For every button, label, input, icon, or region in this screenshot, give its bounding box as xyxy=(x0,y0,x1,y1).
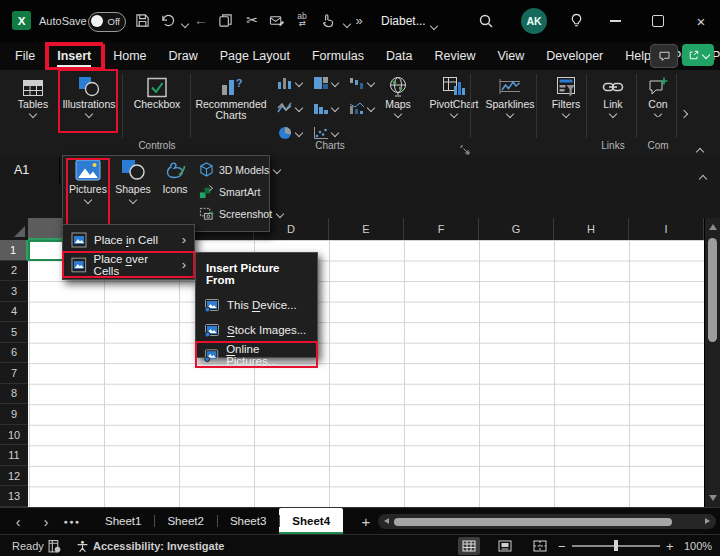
column-header[interactable]: I xyxy=(629,218,704,240)
copy-icon[interactable] xyxy=(216,11,234,29)
maximize-button[interactable] xyxy=(643,0,673,42)
ribbon-tab[interactable]: Data xyxy=(375,43,423,69)
pictures-submenu-item[interactable]: Place in Cell › xyxy=(63,227,194,252)
scroll-left-icon[interactable] xyxy=(384,518,389,524)
worksheet-cells[interactable] xyxy=(28,240,704,507)
row-header[interactable]: 5 xyxy=(0,322,28,343)
row-header[interactable]: 13 xyxy=(0,486,28,507)
filters-button[interactable]: Filters xyxy=(544,72,588,117)
ribbon-scroll-right-icon[interactable] xyxy=(681,103,687,121)
histogram-chart-button[interactable] xyxy=(313,101,338,115)
close-button[interactable]: × xyxy=(686,0,716,42)
row-header[interactable]: 2 xyxy=(0,261,28,282)
insert-picture-from-item[interactable]: Stock Images... xyxy=(196,317,317,342)
name-box[interactable]: A1 xyxy=(0,157,60,183)
scatter-chart-button[interactable] xyxy=(313,126,338,140)
insert-picture-from-item[interactable]: Online Pictures... xyxy=(196,342,317,367)
lightbulb-icon[interactable] xyxy=(567,11,585,29)
new-comment-button[interactable]: Con xyxy=(641,72,675,117)
line-chart-button[interactable] xyxy=(277,101,302,115)
link-button[interactable]: Link xyxy=(592,72,634,117)
sheet-tab[interactable]: Sheet2 xyxy=(154,508,216,535)
row-header[interactable]: 1 xyxy=(0,240,28,261)
zoom-out-button[interactable]: − xyxy=(558,535,566,556)
zoom-level[interactable]: 100% xyxy=(684,535,712,556)
smartart-item[interactable]: SmartArt xyxy=(199,184,260,199)
zoom-in-button[interactable]: + xyxy=(666,535,674,556)
sheet-list-icon[interactable]: ●●● xyxy=(62,508,82,535)
ribbon-tab[interactable]: Review xyxy=(423,43,486,69)
sheet-tab[interactable]: Sheet4 xyxy=(279,508,343,535)
save-icon[interactable] xyxy=(133,11,151,29)
screenshot-item[interactable]: Screenshot xyxy=(199,206,283,221)
pictures-button[interactable]: Pictures xyxy=(67,159,109,227)
minimize-button[interactable] xyxy=(600,0,630,42)
document-title[interactable]: Diabet... xyxy=(381,14,426,28)
combo-chart-button[interactable] xyxy=(349,101,374,115)
checkbox-button[interactable]: Checkbox xyxy=(126,72,188,110)
sheet-prev-icon[interactable]: ‹ xyxy=(8,508,28,535)
more-commands-icon[interactable]: » xyxy=(350,11,368,29)
ribbon-tab[interactable]: Developer xyxy=(535,43,614,69)
scroll-down-icon[interactable] xyxy=(709,495,717,501)
cut-icon[interactable]: ✂ xyxy=(243,11,261,29)
horizontal-scroll-thumb[interactable] xyxy=(394,518,672,526)
tables-button[interactable]: Tables xyxy=(8,72,58,117)
ribbon-tab[interactable]: Draw xyxy=(158,43,209,69)
mail-icon[interactable] xyxy=(268,11,286,29)
icons-button[interactable]: Icons xyxy=(155,159,195,227)
recommended-charts-button[interactable]: ? Recommended Charts xyxy=(194,72,268,121)
row-header[interactable]: 10 xyxy=(0,425,28,446)
touch-mode-icon[interactable] xyxy=(318,11,336,29)
sparklines-button[interactable]: Sparklines xyxy=(480,72,540,117)
select-all-corner[interactable] xyxy=(0,218,29,240)
doc-title-dropdown-icon[interactable] xyxy=(425,17,443,35)
sheet-tab[interactable]: Sheet1 xyxy=(92,508,154,535)
column-header[interactable]: F xyxy=(404,218,479,240)
ribbon-tab[interactable]: View xyxy=(486,43,535,69)
3d-models-item[interactable]: 3D Models xyxy=(199,162,280,177)
row-header[interactable]: 8 xyxy=(0,384,28,405)
column-header[interactable]: H xyxy=(554,218,629,240)
row-header[interactable]: 3 xyxy=(0,281,28,302)
shapes-button[interactable]: Shapes xyxy=(113,159,153,227)
row-header[interactable]: 6 xyxy=(0,343,28,364)
sheet-tab[interactable]: Sheet3 xyxy=(217,508,279,535)
row-header[interactable]: 4 xyxy=(0,302,28,323)
scroll-right-icon[interactable] xyxy=(705,518,710,524)
vertical-scroll-thumb[interactable] xyxy=(708,238,717,342)
illustrations-button[interactable]: Illustrations xyxy=(61,72,117,117)
ribbon-tab[interactable]: Home xyxy=(102,43,157,69)
share-button[interactable] xyxy=(682,44,714,66)
column-header[interactable]: E xyxy=(329,218,404,240)
accessibility-status[interactable]: Accessibility: Investigate xyxy=(93,535,224,556)
formula-bar-collapse-icon[interactable] xyxy=(700,168,706,186)
row-header[interactable]: 7 xyxy=(0,363,28,384)
macro-record-icon[interactable] xyxy=(48,535,61,556)
pictures-submenu-item[interactable]: Place over Cells › xyxy=(63,252,194,277)
avatar[interactable]: AK xyxy=(521,8,547,34)
row-header[interactable]: 9 xyxy=(0,404,28,425)
search-icon[interactable] xyxy=(477,12,495,30)
hierarchy-chart-button[interactable] xyxy=(313,76,338,90)
ribbon-tab[interactable]: Insert xyxy=(46,43,102,69)
zoom-slider-thumb[interactable] xyxy=(614,540,618,551)
comments-button[interactable] xyxy=(650,44,678,68)
row-header[interactable]: 12 xyxy=(0,466,28,487)
find-replace-icon[interactable]: ab⇄ xyxy=(293,11,311,29)
autosave-toggle[interactable]: Off xyxy=(88,12,126,32)
add-sheet-button[interactable]: + xyxy=(356,508,376,535)
ribbon-tab[interactable]: File xyxy=(4,43,46,69)
ribbon-tab[interactable]: Page Layout xyxy=(209,43,301,69)
page-break-view-button[interactable] xyxy=(529,537,551,555)
scroll-up-icon[interactable] xyxy=(709,224,717,230)
undo-icon[interactable] xyxy=(158,11,176,29)
pie-chart-button[interactable] xyxy=(277,126,302,140)
column-chart-button[interactable] xyxy=(277,76,302,90)
maps-button[interactable]: Maps xyxy=(374,72,422,117)
zoom-slider[interactable] xyxy=(572,535,660,556)
horizontal-scrollbar[interactable] xyxy=(378,514,716,529)
pivotchart-button[interactable]: PivotChart xyxy=(422,72,486,117)
waterfall-chart-button[interactable] xyxy=(349,76,374,90)
sheet-next-icon[interactable]: › xyxy=(36,508,56,535)
